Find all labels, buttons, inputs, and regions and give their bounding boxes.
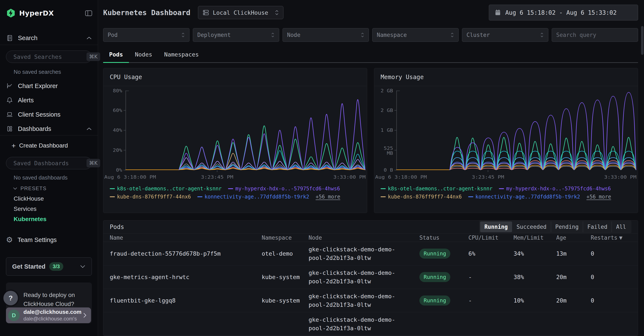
user-account-chip[interactable]: D dale@clickhouse.com dale@clickhouse.co… [6, 307, 91, 323]
legend-row: kube-dns-876ff9ff7-44nx6konnectivity-age… [110, 193, 360, 201]
cell-mem: 38% [514, 274, 556, 280]
column-header-node[interactable]: Node [308, 234, 420, 241]
legend-item[interactable]: my-hyperdx-hdx-o..-57975fcd6-4hws6 [499, 186, 611, 192]
filter-cluster[interactable]: Cluster [462, 28, 548, 42]
column-header-cpu[interactable]: CPU/Limit [468, 234, 514, 241]
sidebar-item-label: Team Settings [18, 236, 57, 243]
time-range-label: Aug 6 15:18:02 - Aug 6 15:33:02 [505, 9, 617, 16]
get-started-button[interactable]: Get Started 3/3 [6, 257, 92, 276]
cell-mem: 10% [514, 297, 556, 304]
charts-row: CPU Usage 0%20%40%60%80%Aug 6 3:18:00 PM… [103, 68, 638, 213]
legend-swatch [197, 196, 202, 197]
sort-desc-icon: ▼ [619, 234, 622, 241]
legend-item[interactable]: konnectivity-age..77dfdd8f5b-t9rk2 [197, 194, 309, 200]
legend-more-link[interactable]: +56 more [586, 194, 611, 200]
sidebar-collapse-button[interactable] [84, 10, 93, 17]
cell-restarts: 0 [591, 297, 632, 304]
status-filter-running[interactable]: Running [480, 221, 512, 232]
cpu-usage-chart[interactable]: 0%20%40%60%80%Aug 6 3:18:00 PM3:23:45 PM… [103, 86, 367, 184]
create-dashboard-button[interactable]: + Create Dashboard [0, 140, 98, 152]
sidebar-item-team-settings[interactable]: ⚙ Team Settings [0, 234, 98, 246]
cell-cpu: 6% [468, 250, 514, 257]
cell-name: fluentbit-gke-lggq8 [110, 297, 262, 304]
legend-row: k8s-otel-daemons..ctor-agent-ksnnrmy-hyp… [110, 185, 360, 193]
create-dashboard-label: Create Dashboard [19, 142, 68, 149]
cell-restarts: 0 [591, 274, 632, 280]
status-filter-failed[interactable]: Failed [583, 221, 612, 232]
chevron-down-icon [13, 187, 18, 190]
svg-text:2 GB: 2 GB [380, 108, 393, 113]
cell-restarts: 0 [591, 250, 632, 257]
saved-dashboards-input[interactable] [14, 160, 86, 167]
filter-namespace[interactable]: Namespace [372, 28, 458, 42]
filter-node[interactable]: Node [282, 28, 369, 42]
table-row[interactable]: gke-clickstack-demo-demo-pool-2d2b1f3a-0… [103, 312, 638, 336]
page-scrollbar[interactable] [641, 0, 644, 336]
tab-nodes[interactable]: Nodes [129, 48, 158, 63]
sidebar-item-dashboards[interactable]: Dashboards [0, 123, 98, 135]
legend-item[interactable]: k8s-otel-daemons..ctor-agent-ksnnr [380, 186, 492, 192]
legend-item[interactable]: my-hyperdx-hdx-o..-57975fcd6-4hws6 [228, 186, 340, 192]
legend-swatch [499, 188, 504, 189]
filter-deployment[interactable]: Deployment [193, 28, 279, 42]
tab-namespaces[interactable]: Namespaces [158, 48, 205, 63]
datasource-label: Local ClickHouse [213, 9, 268, 16]
table-row[interactable]: gke-metrics-agent-hrwtckube-systemgke-cl… [103, 265, 638, 289]
help-button[interactable]: ? [4, 291, 18, 305]
status-filter-all[interactable]: All [612, 221, 630, 232]
sidebar-item-client-sessions[interactable]: Client Sessions [0, 109, 98, 120]
panel-header: CPU Usage [103, 68, 367, 86]
datasource-select[interactable]: Local ClickHouse [198, 6, 283, 19]
sidebar-item-label: Client Sessions [18, 111, 60, 118]
column-header-name[interactable]: Name [110, 234, 262, 241]
status-badge: Running [420, 249, 450, 259]
select-chevrons-icon [181, 32, 185, 38]
cell-namespace: otel-demo [262, 250, 308, 257]
legend-swatch [110, 196, 115, 197]
table-row[interactable]: fraud-detection-55776d678b-p7f5motel-dem… [103, 242, 638, 265]
sidebar-item-search[interactable]: Search [0, 32, 98, 44]
legend-more-link[interactable]: +56 more [316, 194, 340, 200]
cell-namespace: kube-system [262, 274, 308, 280]
preset-clickhouse[interactable]: ClickHouse [14, 194, 44, 203]
svg-text:3:33:00 PM: 3:33:00 PM [333, 174, 366, 180]
saved-searches-input[interactable] [14, 54, 86, 60]
search-query-input[interactable] [552, 28, 638, 42]
status-filter-pending[interactable]: Pending [551, 221, 583, 232]
column-header-restarts[interactable]: Restarts▼ [591, 234, 632, 241]
column-header-mem[interactable]: Mem/Limit [514, 234, 556, 241]
plus-icon: + [12, 142, 16, 150]
cell-node: gke-clickstack-demo-demo-pool-2d2b1f3a-0… [308, 315, 420, 332]
saved-searches-input-wrap: ⌘K [6, 51, 92, 63]
legend-item[interactable]: konnectivity-age..77dfdd8f5b-t9rk2 [468, 194, 580, 200]
sidebar-item-chart-explorer[interactable]: Chart Explorer [0, 80, 98, 92]
legend-swatch [380, 188, 386, 189]
panel-header: Memory Usage [374, 68, 638, 86]
main-content: Kubernetes Dashboard Local ClickHouse Au… [98, 0, 644, 336]
page-title: Kubernetes Dashboard [103, 8, 190, 17]
pods-table-panel: Pods RunningSucceededPendingFailedAll Na… [103, 220, 638, 336]
preset-kubernetes[interactable]: Kubernetes [14, 215, 46, 223]
panel-title: CPU Usage [110, 74, 142, 81]
presets-header[interactable]: PRESETS [13, 185, 47, 192]
filter-pod[interactable]: Pod [103, 28, 190, 42]
legend-item[interactable]: k8s-otel-daemons..ctor-agent-ksnnr [110, 186, 222, 192]
memory-usage-chart[interactable]: 0 B525MB1 GB2 GB2 GBAug 6 3:18:00 PM3:23… [374, 86, 638, 184]
status-filter-group: RunningSucceededPendingFailedAll [479, 220, 632, 233]
status-filter-succeeded[interactable]: Succeeded [512, 221, 551, 232]
laptop-icon [6, 111, 13, 118]
table-row[interactable]: fluentbit-gke-lggq8kube-systemgke-clicks… [103, 289, 638, 312]
legend-item[interactable]: kube-dns-876ff9ff7-44nx6 [380, 194, 462, 200]
column-header-namespace[interactable]: Namespace [262, 234, 308, 241]
preset-services[interactable]: Services [14, 205, 36, 213]
promo-line-1: Ready to deploy on [24, 290, 92, 299]
scrollbar-thumb[interactable] [641, 26, 644, 55]
sidebar-item-alerts[interactable]: Alerts [0, 94, 98, 106]
tab-pods[interactable]: Pods [103, 48, 129, 63]
legend-item[interactable]: kube-dns-876ff9ff7-44nx6 [110, 194, 191, 200]
column-header-status[interactable]: Status [420, 234, 468, 241]
column-header-age[interactable]: Age [556, 234, 591, 241]
time-range-picker[interactable]: Aug 6 15:18:02 - Aug 6 15:33:02 [489, 5, 638, 21]
no-saved-dashboards-note: No saved dashboards [14, 174, 68, 181]
sidebar: HyperDX Search ⌘K No saved searches Char… [0, 0, 98, 336]
